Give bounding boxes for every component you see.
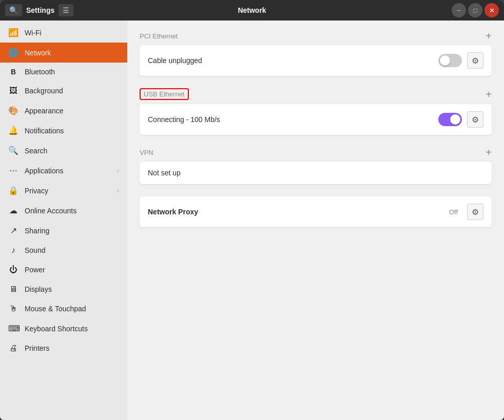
proxy-gear-button[interactable]: ⚙ — [467, 204, 483, 220]
sidebar-label-printers: Printers — [25, 344, 49, 352]
cable-unplugged-gear-button[interactable]: ⚙ — [467, 52, 483, 69]
usb-ethernet-add-button[interactable]: + — [486, 89, 492, 99]
sidebar-item-online-accounts[interactable]: ☁ Online Accounts — [0, 201, 127, 221]
minimize-button[interactable]: − — [452, 3, 466, 17]
sidebar: 📶 Wi-Fi 🌐 Network B Bluetooth 🖼 Backgrou… — [0, 21, 127, 420]
titlebar: 🔍 Settings ☰ Network − □ ✕ — [0, 0, 504, 21]
sidebar-item-printers[interactable]: 🖨 Printers — [0, 338, 127, 358]
vpn-notset-row: Not set up — [140, 162, 492, 184]
proxy-row: Network Proxy Off ⚙ — [140, 196, 492, 227]
sidebar-item-displays[interactable]: 🖥 Displays — [0, 279, 127, 299]
usb-ethernet-header: USB Ethernet + — [140, 88, 492, 100]
vpn-section: VPN + Not set up — [140, 147, 492, 184]
sidebar-label-notifications: Notifications — [25, 127, 64, 135]
main-content: PCI Ethernet + Cable unplugged ⚙ US — [127, 21, 504, 420]
search-icon: 🔍 — [8, 146, 18, 155]
vpn-title: VPN — [140, 149, 153, 156]
usb-connecting-toggle[interactable] — [438, 113, 462, 126]
background-icon: 🖼 — [8, 86, 18, 95]
cable-unplugged-row: Cable unplugged ⚙ — [140, 45, 492, 76]
titlebar-left: 🔍 Settings ☰ — [5, 4, 128, 16]
proxy-section: Network Proxy Off ⚙ — [140, 196, 492, 227]
page-title: Network — [238, 6, 266, 14]
usb-connecting-label: Connecting - 100 Mb/s — [148, 115, 433, 124]
applications-arrow: › — [117, 167, 119, 174]
cable-unplugged-toggle-knob — [440, 55, 450, 66]
usb-connecting-gear-button[interactable]: ⚙ — [467, 111, 483, 128]
sidebar-item-sharing[interactable]: ↗ Sharing — [0, 221, 127, 241]
network-icon: 🌐 — [8, 48, 18, 57]
applications-icon: ⋯ — [8, 166, 18, 175]
sidebar-label-mouse: Mouse & Touchpad — [25, 305, 86, 313]
privacy-arrow: › — [117, 187, 119, 194]
vpn-card: Not set up — [140, 162, 492, 184]
sidebar-item-power[interactable]: ⏻ Power — [0, 260, 127, 279]
proxy-label: Network Proxy — [148, 208, 444, 216]
close-button[interactable]: ✕ — [484, 3, 499, 17]
sidebar-item-appearance[interactable]: 🎨 Appearance — [0, 101, 127, 121]
maximize-button[interactable]: □ — [468, 3, 482, 17]
usb-connecting-row: Connecting - 100 Mb/s ⚙ ◀ — [140, 104, 492, 135]
sidebar-item-mouse[interactable]: 🖱 Mouse & Touchpad — [0, 299, 127, 318]
vpn-header: VPN + — [140, 147, 492, 157]
keyboard-icon: ⌨ — [8, 324, 18, 333]
pci-ethernet-add-button[interactable]: + — [486, 31, 492, 41]
power-icon: ⏻ — [8, 265, 18, 274]
sidebar-label-background: Background — [25, 87, 63, 95]
sidebar-label-sharing: Sharing — [25, 227, 49, 235]
sidebar-label-sound: Sound — [25, 246, 45, 254]
menu-button[interactable]: ☰ — [59, 4, 73, 16]
sound-icon: ♪ — [8, 246, 18, 255]
sidebar-label-power: Power — [25, 266, 45, 274]
usb-ethernet-section: USB Ethernet + Connecting - 100 Mb/s ⚙ ◀ — [140, 88, 492, 135]
sidebar-label-displays: Displays — [25, 285, 52, 293]
notifications-icon: 🔔 — [8, 126, 18, 135]
bluetooth-icon: B — [8, 68, 18, 76]
sidebar-label-privacy: Privacy — [25, 187, 48, 195]
window-controls: − □ ✕ — [452, 3, 499, 17]
app-title: Settings — [26, 6, 54, 14]
sidebar-label-keyboard: Keyboard Shortcuts — [25, 325, 88, 333]
online-accounts-icon: ☁ — [8, 206, 18, 215]
sidebar-label-appearance: Appearance — [25, 107, 64, 115]
proxy-status: Off — [449, 208, 458, 216]
pci-ethernet-header: PCI Ethernet + — [140, 31, 492, 41]
sidebar-item-privacy[interactable]: 🔒 Privacy › — [0, 181, 127, 201]
printers-icon: 🖨 — [8, 344, 18, 353]
sidebar-item-applications[interactable]: ⋯ Applications › — [0, 161, 127, 181]
proxy-card: Network Proxy Off ⚙ — [140, 196, 492, 227]
sidebar-item-wifi[interactable]: 📶 Wi-Fi — [0, 23, 127, 43]
sidebar-label-bluetooth: Bluetooth — [25, 68, 55, 76]
sidebar-item-network[interactable]: 🌐 Network — [0, 43, 127, 63]
sidebar-label-network: Network — [25, 49, 51, 57]
usb-connecting-toggle-knob — [450, 114, 460, 125]
cable-unplugged-label: Cable unplugged — [148, 56, 433, 65]
body: 📶 Wi-Fi 🌐 Network B Bluetooth 🖼 Backgrou… — [0, 21, 504, 420]
privacy-icon: 🔒 — [8, 186, 18, 195]
sidebar-label-wifi: Wi-Fi — [25, 29, 42, 37]
cable-unplugged-toggle[interactable] — [438, 54, 462, 67]
sidebar-item-sound[interactable]: ♪ Sound — [0, 241, 127, 260]
sidebar-label-applications: Applications — [25, 167, 64, 175]
wifi-icon: 📶 — [8, 28, 18, 37]
usb-ethernet-card: Connecting - 100 Mb/s ⚙ ◀ — [140, 104, 492, 135]
sidebar-label-online-accounts: Online Accounts — [25, 207, 76, 215]
pci-ethernet-card: Cable unplugged ⚙ — [140, 45, 492, 76]
sidebar-item-keyboard[interactable]: ⌨ Keyboard Shortcuts — [0, 318, 127, 338]
usb-ethernet-title: USB Ethernet — [140, 88, 189, 100]
displays-icon: 🖥 — [8, 285, 18, 294]
search-button[interactable]: 🔍 — [5, 4, 22, 16]
mouse-icon: 🖱 — [8, 304, 18, 313]
appearance-icon: 🎨 — [8, 106, 18, 115]
sharing-icon: ↗ — [8, 226, 18, 235]
pci-ethernet-title: PCI Ethernet — [140, 32, 178, 40]
sidebar-item-bluetooth[interactable]: B Bluetooth — [0, 63, 127, 81]
pci-ethernet-section: PCI Ethernet + Cable unplugged ⚙ — [140, 31, 492, 76]
vpn-add-button[interactable]: + — [486, 147, 492, 157]
sidebar-item-notifications[interactable]: 🔔 Notifications — [0, 121, 127, 141]
sidebar-label-search: Search — [25, 147, 47, 155]
sidebar-item-search[interactable]: 🔍 Search — [0, 141, 127, 161]
sidebar-item-background[interactable]: 🖼 Background — [0, 81, 127, 101]
vpn-notset-label: Not set up — [148, 169, 483, 177]
